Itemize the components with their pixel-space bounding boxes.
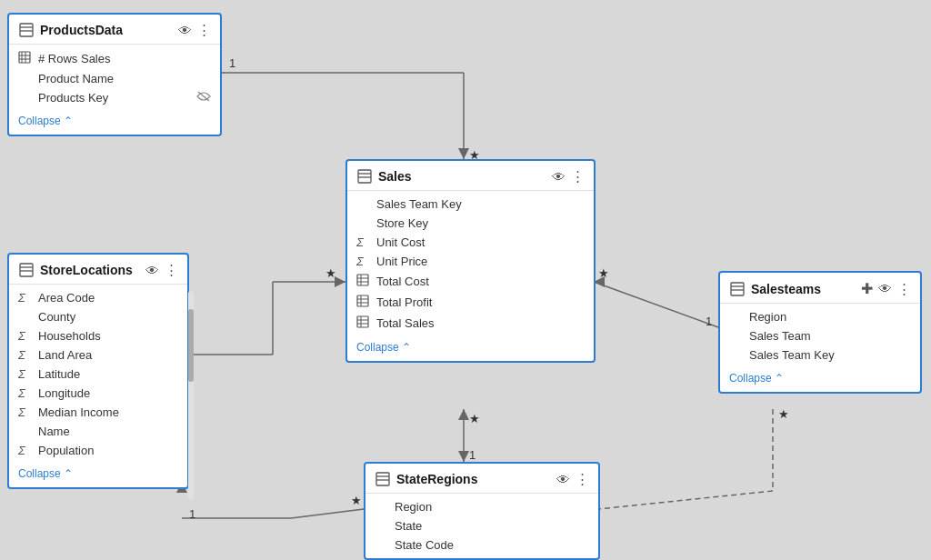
- svg-text:★: ★: [778, 407, 789, 421]
- field-name-label: Name: [38, 425, 178, 438]
- field-rows-sales-label: # Rows Sales: [38, 52, 211, 65]
- field-latitude-label: Latitude: [38, 367, 178, 381]
- svg-rect-55: [357, 316, 368, 327]
- field-unit-cost: Σ Unit Cost: [347, 233, 594, 252]
- field-state-code: State Code: [365, 535, 598, 555]
- table-db-icon4: [375, 471, 391, 487]
- sigma-icon8: Σ: [356, 235, 371, 249]
- collapse-label2: Collapse: [18, 467, 61, 480]
- svg-line-22: [594, 282, 718, 327]
- field-state-code-label: State Code: [395, 538, 589, 552]
- field-product-name: Product Name: [9, 69, 220, 88]
- field-households-label: Households: [38, 329, 178, 343]
- field-total-sales-label: Total Sales: [376, 316, 585, 330]
- svg-rect-47: [357, 275, 368, 285]
- table-icon2: [356, 274, 371, 289]
- chevron-up-icon4: ⌃: [775, 372, 784, 385]
- field-products-key: Products Key: [9, 88, 220, 107]
- salesteams-title: Salesteams: [751, 282, 856, 296]
- field-store-key-label: Store Key: [376, 216, 585, 230]
- svg-marker-19: [458, 451, 469, 462]
- svg-rect-59: [376, 473, 389, 485]
- collapse-label4: Collapse: [729, 372, 772, 385]
- field-products-key-label: Products Key: [38, 91, 191, 105]
- svg-text:1: 1: [706, 315, 712, 328]
- field-state: State: [365, 516, 598, 535]
- chevron-up-icon2: ⌃: [64, 467, 73, 480]
- field-county: County: [9, 307, 187, 326]
- table-db-icon5: [729, 281, 746, 297]
- table-icon4: [356, 315, 371, 331]
- svg-rect-35: [19, 52, 30, 63]
- sales-title: Sales: [378, 169, 546, 184]
- more-icon2[interactable]: ⋮: [165, 262, 178, 278]
- eye-icon4[interactable]: 👁: [556, 472, 570, 487]
- more-icon4[interactable]: ⋮: [576, 471, 589, 487]
- store-locations-header: StoreLocations 👁 ⋮: [9, 255, 187, 285]
- svg-marker-18: [458, 409, 469, 420]
- svg-line-27: [598, 491, 773, 509]
- field-unit-price-label: Unit Price: [376, 255, 585, 268]
- eye-icon2[interactable]: 👁: [145, 263, 159, 278]
- sigma-icon6: Σ: [18, 405, 33, 419]
- field-latitude: Σ Latitude: [9, 365, 187, 384]
- hash-icon: [18, 51, 33, 66]
- products-data-title: ProductsData: [40, 23, 173, 37]
- field-sales-team-key: Sales Team Key: [347, 195, 594, 214]
- eye-icon5[interactable]: 👁: [878, 281, 892, 296]
- field-population-label: Population: [38, 444, 178, 457]
- svg-rect-51: [357, 295, 368, 306]
- field-total-profit-label: Total Profit: [376, 295, 585, 309]
- sales-collapse[interactable]: Collapse ⌃: [347, 337, 594, 361]
- more-icon5[interactable]: ⋮: [897, 281, 911, 297]
- field-state-label: State: [395, 519, 589, 533]
- field-sales-team-key-label: Sales Team Key: [376, 197, 585, 211]
- more-icon[interactable]: ⋮: [197, 22, 211, 38]
- sigma-icon5: Σ: [18, 386, 33, 400]
- field-total-cost-label: Total Cost: [376, 275, 585, 288]
- svg-text:★: ★: [351, 494, 362, 507]
- more-icon3[interactable]: ⋮: [571, 168, 585, 185]
- move-icon[interactable]: ✚: [861, 280, 873, 297]
- field-sales-team: Sales Team: [720, 326, 920, 345]
- svg-rect-44: [358, 170, 371, 183]
- store-locations-fields: Σ Area Code County Σ Households Σ Land A…: [9, 285, 187, 464]
- svg-marker-8: [335, 276, 345, 287]
- products-data-collapse[interactable]: Collapse ⌃: [9, 111, 220, 135]
- svg-rect-62: [731, 283, 744, 295]
- salesteams-header: Salesteams ✚ 👁 ⋮: [720, 273, 920, 304]
- state-regions-header: StateRegions 👁 ⋮: [365, 464, 598, 494]
- field-area-code: Σ Area Code: [9, 288, 187, 307]
- sigma-icon2: Σ: [18, 329, 33, 343]
- chevron-up-icon: ⌃: [64, 115, 73, 127]
- salesteams-header-icons: ✚ 👁 ⋮: [861, 280, 911, 297]
- collapse-label3: Collapse: [356, 341, 399, 354]
- field-area-code-label: Area Code: [38, 291, 178, 305]
- field-rows-sales: # Rows Sales: [9, 48, 220, 69]
- field-product-name-label: Product Name: [38, 72, 211, 85]
- field-longitude: Σ Longitude: [9, 384, 187, 403]
- field-unit-cost-label: Unit Cost: [376, 235, 585, 249]
- eye-icon[interactable]: 👁: [178, 23, 192, 38]
- state-regions-fields: Region State State Code: [365, 494, 598, 558]
- field-total-sales: Total Sales: [347, 313, 594, 334]
- field-salesteams-region-label: Region: [749, 310, 911, 324]
- store-locations-scrollbar[interactable]: [188, 291, 194, 500]
- store-locations-collapse[interactable]: Collapse ⌃: [9, 464, 187, 487]
- canvas: 1 ★ 1 ★ 1 ★ ★ 1 ★ 1: [0, 0, 931, 560]
- sigma-icon7: Σ: [18, 444, 33, 457]
- products-data-header-icons: 👁 ⋮: [178, 22, 211, 38]
- state-regions-header-icons: 👁 ⋮: [556, 471, 589, 487]
- svg-text:1: 1: [189, 507, 195, 521]
- eye-icon3[interactable]: 👁: [552, 169, 566, 185]
- table-db-icon3: [356, 168, 373, 185]
- field-region-label: Region: [395, 500, 589, 514]
- sigma-icon4: Σ: [18, 367, 33, 381]
- field-population: Σ Population: [9, 441, 187, 460]
- salesteams-fields: Region Sales Team Sales Team Key: [720, 304, 920, 368]
- salesteams-collapse[interactable]: Collapse ⌃: [720, 368, 920, 392]
- field-name: Name: [9, 422, 187, 441]
- field-land-area: Σ Land Area: [9, 345, 187, 365]
- store-locations-title: StoreLocations: [40, 263, 140, 277]
- sales-table: Sales 👁 ⋮ Sales Team Key Store Key Σ Uni…: [345, 159, 596, 363]
